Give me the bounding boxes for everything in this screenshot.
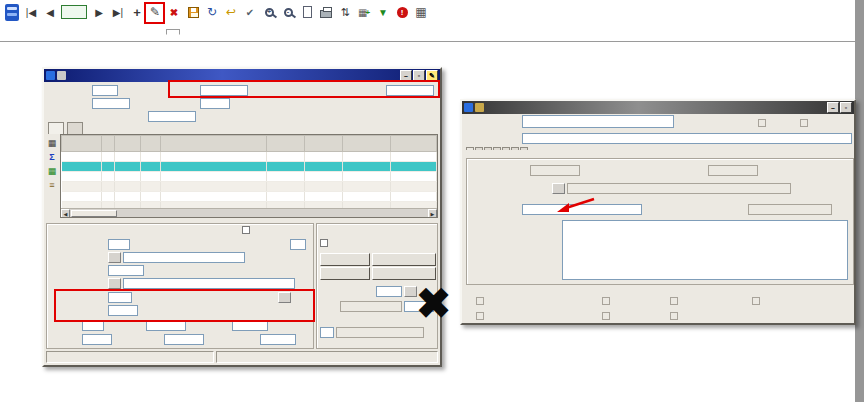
tipo-movimento-code-field[interactable]	[320, 327, 334, 338]
tab-observacoes[interactable]	[67, 122, 83, 134]
delete-button[interactable]: ✖	[166, 4, 182, 20]
estorna-lancamento-button[interactable]	[372, 253, 436, 266]
tipo-lancto-field[interactable]	[108, 239, 130, 250]
tipo-dado-field[interactable]	[748, 204, 832, 215]
filial-name-field[interactable]	[340, 301, 402, 312]
tipo-movimento-desc-field[interactable]	[336, 327, 424, 338]
tab-valores-por-empresa[interactable]	[493, 147, 501, 150]
grid-empty-row[interactable]	[62, 172, 437, 182]
debito-rs-field[interactable]	[146, 320, 186, 331]
nota-programador-textbox[interactable]	[562, 220, 848, 280]
ult-atualizacao-field[interactable]	[530, 165, 580, 176]
scale-spinner[interactable]	[432, 4, 458, 20]
table-add-button[interactable]: ▦+	[356, 4, 372, 20]
parametros-titlebar[interactable]: – ▫	[462, 101, 854, 114]
historico-field[interactable]	[123, 278, 295, 289]
conta-analitica-field[interactable]	[108, 265, 144, 276]
minimize-button[interactable]: –	[400, 70, 412, 81]
tab-integracao[interactable]	[112, 29, 124, 33]
save-button[interactable]	[185, 4, 201, 20]
terceiro-lookup-button[interactable]	[108, 252, 121, 263]
rateio-ccusto-field[interactable]	[108, 292, 132, 303]
exclusivo-linx-checkbox[interactable]	[800, 119, 808, 127]
edit-pencil-icon[interactable]: ✎	[426, 70, 438, 81]
nav-prev-button[interactable]: ◀	[42, 4, 58, 20]
grid-table[interactable]	[61, 135, 437, 212]
tab-consulta[interactable]	[62, 29, 74, 33]
grid-empty-row[interactable]	[62, 182, 437, 192]
tab-transacao[interactable]	[475, 147, 483, 150]
grid-header-row[interactable]	[62, 136, 437, 152]
undo-button[interactable]: ↩	[223, 4, 239, 20]
zoom-in-button[interactable]: +	[261, 4, 277, 20]
parametro-field[interactable]	[522, 115, 674, 128]
list-menu-icon[interactable]: ≡	[46, 179, 58, 191]
rateio-filial-field[interactable]	[108, 305, 138, 316]
grid-columns-icon[interactable]: ▦	[46, 137, 58, 149]
parametrizavel-usuario-checkbox[interactable]	[476, 297, 484, 305]
tab-complemento[interactable]	[466, 147, 474, 150]
penultima-atualizacao-field[interactable]	[708, 165, 758, 176]
sort-button[interactable]: ⇅	[337, 4, 353, 20]
alert-button[interactable]: !	[394, 4, 410, 20]
global-checkbox[interactable]	[758, 119, 766, 127]
terceiro-field[interactable]	[123, 252, 245, 263]
parametrizavel-empresa-checkbox[interactable]	[476, 312, 484, 320]
numero-lote-field[interactable]	[376, 286, 402, 297]
tab-itens[interactable]	[48, 122, 64, 134]
credito-rs-field[interactable]	[232, 320, 268, 331]
padrao-code-field[interactable]	[200, 98, 230, 109]
minimize-button[interactable]: –	[827, 102, 839, 113]
credito-moeda-field[interactable]	[260, 334, 296, 345]
nav-next-button[interactable]: ▶	[91, 4, 107, 20]
debito-moeda-field[interactable]	[164, 334, 204, 345]
data-field[interactable]	[200, 85, 248, 96]
historico-lookup-button[interactable]	[108, 278, 121, 289]
lancamento-field[interactable]	[92, 98, 130, 109]
edit-button[interactable]: ✎	[147, 4, 163, 20]
tab-filiais-retaguarda[interactable]	[511, 147, 519, 150]
moeda-field[interactable]	[82, 320, 104, 331]
grid-empty-row[interactable]	[62, 192, 437, 202]
lancamento-titlebar[interactable]: – ▫ ✎	[44, 69, 440, 82]
permite-por-loja-checkbox[interactable]	[602, 312, 610, 320]
nav-last-button[interactable]: ▶|	[110, 4, 126, 20]
confirm-button[interactable]: ✔	[242, 4, 258, 20]
de-para-checkbox[interactable]	[242, 226, 250, 234]
auto-conta-corrente-button[interactable]	[372, 267, 436, 280]
grid-row-1[interactable]	[62, 152, 437, 162]
digitacao-field[interactable]	[386, 85, 434, 96]
envia-para-loja-checkbox[interactable]	[602, 297, 610, 305]
tabela-coluna-range-field[interactable]	[567, 183, 791, 194]
refresh-button[interactable]: ↻	[204, 4, 220, 20]
window-grid-button[interactable]: ▦	[413, 4, 429, 20]
cambio-field[interactable]	[82, 334, 112, 345]
zoom-out-button[interactable]: -	[280, 4, 296, 20]
permite-por-terminal-checkbox[interactable]	[670, 297, 678, 305]
export-button[interactable]: ▼	[375, 4, 391, 20]
tab-filiais-loja[interactable]	[520, 147, 528, 150]
exibir-diferenca-checkbox[interactable]	[320, 239, 328, 247]
grupo-field[interactable]	[290, 239, 306, 250]
historico-button[interactable]	[320, 253, 370, 266]
empresa-field[interactable]	[92, 85, 118, 96]
tab-valores-empresa-usuario[interactable]	[502, 147, 510, 150]
scroll-left-arrow[interactable]: ◀	[61, 209, 70, 218]
descricao-field[interactable]	[522, 133, 852, 144]
scroll-right-arrow[interactable]: ▶	[428, 209, 437, 218]
tab-lancamento[interactable]	[6, 29, 18, 33]
permite-alterar-loja-checkbox[interactable]	[670, 312, 678, 320]
rateio-lookup-button[interactable]	[278, 292, 291, 303]
scroll-thumb[interactable]	[71, 210, 117, 217]
export-sheet-icon[interactable]: ▦	[46, 165, 58, 177]
grid-horizontal-scrollbar[interactable]: ◀ ▶	[61, 208, 437, 217]
sigma-sum-icon[interactable]: Σ	[46, 151, 58, 163]
maximize-button[interactable]: ▫	[413, 70, 425, 81]
recibo-button[interactable]	[320, 267, 370, 280]
add-button[interactable]: +	[129, 4, 145, 20]
data-extemporanea-field[interactable]	[148, 111, 196, 122]
permite-alterar-terminal-checkbox[interactable]	[752, 297, 760, 305]
tab-valores-por-usuario[interactable]	[484, 147, 492, 150]
print-button[interactable]	[318, 4, 334, 20]
preview-button[interactable]	[299, 4, 315, 20]
